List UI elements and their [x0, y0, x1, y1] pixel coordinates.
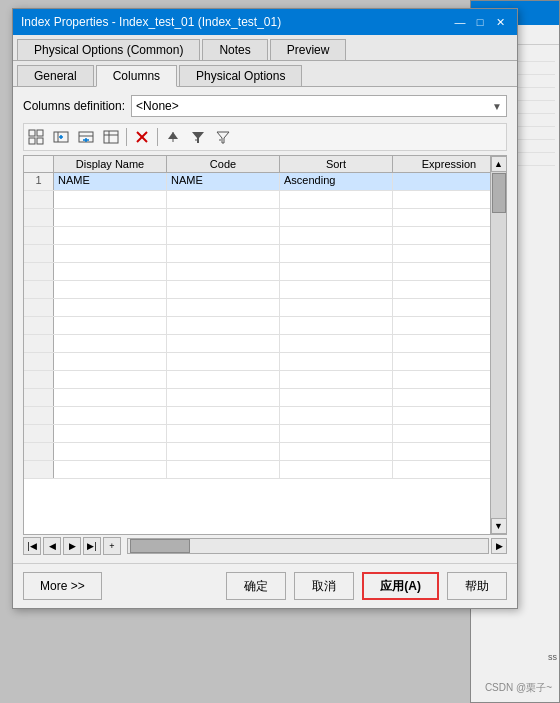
filter2-button[interactable] — [211, 126, 235, 148]
apply-button[interactable]: 应用(A) — [362, 572, 439, 600]
grid-row[interactable] — [24, 353, 506, 371]
dialog-title: Index Properties - Index_test_01 (Index_… — [21, 15, 281, 29]
confirm-button[interactable]: 确定 — [226, 572, 286, 600]
columns-definition-select[interactable]: <None> ▼ — [131, 95, 507, 117]
grid-row[interactable] — [24, 299, 506, 317]
properties-icon — [28, 129, 44, 145]
svg-marker-21 — [217, 132, 229, 143]
select-dropdown-arrow: ▼ — [492, 101, 502, 112]
grid-row[interactable] — [24, 461, 506, 479]
maximize-button[interactable]: □ — [471, 14, 489, 30]
filter-button[interactable] — [186, 126, 210, 148]
svg-rect-3 — [37, 138, 43, 144]
delete-button[interactable] — [130, 126, 154, 148]
cell-sort: Ascending — [280, 173, 393, 190]
tab-physical-options[interactable]: Physical Options — [179, 65, 302, 86]
scroll-up-arrow[interactable]: ▲ — [491, 156, 507, 172]
move-up-button[interactable] — [161, 126, 185, 148]
add-row-button[interactable] — [74, 126, 98, 148]
grid-toolbar — [23, 123, 507, 151]
grid-row[interactable] — [24, 191, 506, 209]
move-up-icon — [165, 129, 181, 145]
svg-rect-0 — [29, 130, 35, 136]
close-button[interactable]: ✕ — [491, 14, 509, 30]
help-button[interactable]: 帮助 — [447, 572, 507, 600]
more-button[interactable]: More >> — [23, 572, 102, 600]
grid-row[interactable] — [24, 317, 506, 335]
h-scroll-right-arrow[interactable]: ▶ — [491, 538, 507, 554]
columns-grid: Display Name Code Sort Expression 1 NAME… — [23, 155, 507, 535]
bg-bottom-label: ss — [548, 652, 557, 662]
svg-rect-2 — [29, 138, 35, 144]
vertical-scrollbar[interactable]: ▲ ▼ — [490, 156, 506, 534]
button-row: More >> 确定 取消 应用(A) 帮助 — [13, 563, 517, 608]
grid-body[interactable]: 1 NAME NAME Ascending — [24, 173, 506, 529]
header-num — [24, 156, 54, 172]
nav-buttons: |◀ ◀ ▶ ▶| + — [23, 537, 121, 555]
index-properties-dialog: Index Properties - Index_test_01 (Index_… — [12, 8, 518, 609]
header-display-name: Display Name — [54, 156, 167, 172]
title-bar: Index Properties - Index_test_01 (Index_… — [13, 9, 517, 35]
tab-preview[interactable]: Preview — [270, 39, 347, 60]
watermark: CSDN @栗子~ — [485, 681, 552, 695]
table-icon — [103, 129, 119, 145]
add-column-button[interactable] — [49, 126, 73, 148]
nav-first-button[interactable]: |◀ — [23, 537, 41, 555]
toolbar-separator-2 — [157, 128, 158, 146]
table-button[interactable] — [99, 126, 123, 148]
grid-row[interactable] — [24, 263, 506, 281]
delete-icon — [134, 129, 150, 145]
tab-row-1: Physical Options (Common) Notes Preview — [13, 35, 517, 61]
h-scroll-thumb[interactable] — [130, 539, 190, 553]
add-row-icon — [78, 129, 94, 145]
header-code: Code — [167, 156, 280, 172]
properties-button[interactable] — [24, 126, 48, 148]
grid-row[interactable] — [24, 227, 506, 245]
svg-marker-19 — [192, 132, 204, 143]
toolbar-separator — [126, 128, 127, 146]
grid-header: Display Name Code Sort Expression — [24, 156, 506, 173]
tab-row-2: General Columns Physical Options — [13, 61, 517, 87]
cancel-button[interactable]: 取消 — [294, 572, 354, 600]
header-sort: Sort — [280, 156, 393, 172]
cell-num: 1 — [24, 173, 54, 190]
grid-row[interactable] — [24, 281, 506, 299]
grid-row[interactable] — [24, 209, 506, 227]
grid-row[interactable] — [24, 407, 506, 425]
grid-row[interactable]: 1 NAME NAME Ascending — [24, 173, 506, 191]
nav-prev-button[interactable]: ◀ — [43, 537, 61, 555]
cell-display-name: NAME — [54, 173, 167, 190]
svg-rect-1 — [37, 130, 43, 136]
scroll-thumb[interactable] — [492, 173, 506, 213]
grid-row[interactable] — [24, 389, 506, 407]
grid-row[interactable] — [24, 425, 506, 443]
svg-rect-12 — [104, 131, 118, 143]
add-column-icon — [53, 129, 69, 145]
nav-last-button[interactable]: ▶| — [83, 537, 101, 555]
grid-row[interactable] — [24, 371, 506, 389]
bottom-scroll-area: |◀ ◀ ▶ ▶| + ▶ — [23, 537, 507, 555]
dialog-content: Columns definition: <None> ▼ — [13, 87, 517, 563]
scroll-track[interactable] — [491, 172, 506, 518]
scroll-down-arrow[interactable]: ▼ — [491, 518, 507, 534]
filter-icon — [190, 129, 206, 145]
columns-definition-row: Columns definition: <None> ▼ — [23, 95, 507, 117]
grid-row[interactable] — [24, 245, 506, 263]
grid-row[interactable] — [24, 443, 506, 461]
grid-row[interactable] — [24, 335, 506, 353]
tab-notes[interactable]: Notes — [202, 39, 267, 60]
minimize-button[interactable]: — — [451, 14, 469, 30]
title-buttons: — □ ✕ — [451, 14, 509, 30]
tab-columns[interactable]: Columns — [96, 65, 177, 87]
columns-definition-label: Columns definition: — [23, 99, 125, 113]
horizontal-scrollbar[interactable] — [127, 538, 489, 554]
nav-add-button[interactable]: + — [103, 537, 121, 555]
tab-physical-options-common[interactable]: Physical Options (Common) — [17, 39, 200, 60]
tab-general[interactable]: General — [17, 65, 94, 86]
cell-code: NAME — [167, 173, 280, 190]
filter2-icon — [215, 129, 231, 145]
nav-next-button[interactable]: ▶ — [63, 537, 81, 555]
